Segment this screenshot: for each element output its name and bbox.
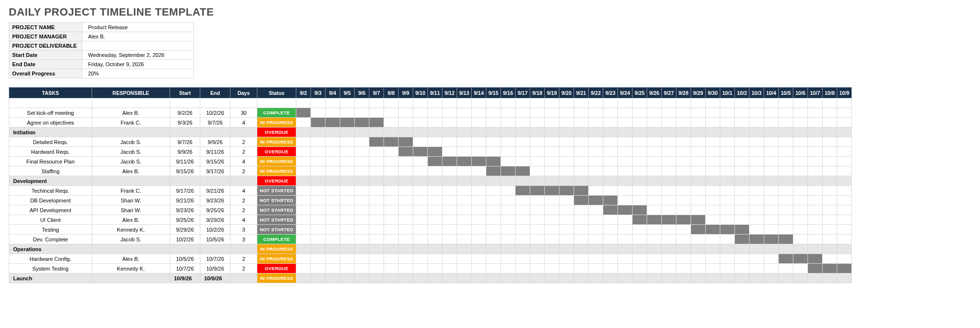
days[interactable] <box>231 128 257 137</box>
task-name[interactable]: Operations <box>9 244 92 254</box>
responsible[interactable]: Shari W. <box>92 196 170 205</box>
days[interactable] <box>231 98 257 108</box>
days[interactable]: 2 <box>231 137 257 147</box>
end-date[interactable] <box>200 176 231 186</box>
start-date[interactable]: 9/21/26 <box>170 196 200 205</box>
responsible[interactable]: Frank C. <box>92 186 170 196</box>
days[interactable] <box>231 273 257 283</box>
responsible[interactable] <box>92 176 170 186</box>
status-cell[interactable]: IN PROGRESS <box>257 244 296 254</box>
status-cell[interactable]: COMPLETE <box>257 108 296 118</box>
status-cell[interactable]: NOT STARTED <box>257 205 296 215</box>
days[interactable] <box>231 176 257 186</box>
days[interactable]: 4 <box>231 186 257 196</box>
end-date[interactable]: 10/9/26 <box>200 264 231 273</box>
status-cell[interactable]: IN PROGRESS <box>257 254 296 264</box>
responsible[interactable]: Jacob S. <box>92 157 170 166</box>
task-name[interactable]: Testing <box>9 225 92 235</box>
status-cell[interactable]: NOT STARTED <box>257 225 296 235</box>
end-date[interactable]: 10/9/26 <box>200 273 231 283</box>
start-date[interactable]: 10/9/26 <box>170 273 200 283</box>
end-date[interactable]: 9/7/26 <box>200 118 231 128</box>
status-cell[interactable]: IN PROGRESS <box>257 273 296 283</box>
responsible[interactable]: Kennedy K. <box>92 264 170 273</box>
status-cell[interactable]: OVERDUE <box>257 176 296 186</box>
start-date[interactable]: 9/3/26 <box>170 118 200 128</box>
end-date[interactable]: 9/21/26 <box>200 186 231 196</box>
status-cell[interactable]: NOT STARTED <box>257 196 296 205</box>
task-name[interactable]: Hardware Config. <box>9 254 92 264</box>
days[interactable]: 30 <box>231 108 257 118</box>
responsible[interactable]: Alex B. <box>92 254 170 264</box>
task-name[interactable]: DB Development <box>9 196 92 205</box>
start-date[interactable]: 9/15/26 <box>170 166 200 176</box>
end-date[interactable]: 10/2/26 <box>200 225 231 235</box>
task-name[interactable]: API Development <box>9 205 92 215</box>
days[interactable]: 4 <box>231 215 257 225</box>
days[interactable]: 4 <box>231 118 257 128</box>
start-date[interactable] <box>170 244 200 254</box>
responsible[interactable] <box>92 244 170 254</box>
meta-value[interactable]: 20% <box>82 69 193 78</box>
responsible[interactable] <box>92 128 170 137</box>
start-date[interactable]: 9/23/26 <box>170 205 200 215</box>
meta-value[interactable]: Friday, October 9, 2026 <box>82 60 193 69</box>
start-date[interactable] <box>170 176 200 186</box>
status-cell[interactable]: OVERDUE <box>257 264 296 273</box>
responsible[interactable] <box>92 98 170 108</box>
start-date[interactable]: 9/2/26 <box>170 108 200 118</box>
status-cell[interactable] <box>257 98 296 108</box>
start-date[interactable]: 9/7/26 <box>170 137 200 147</box>
task-name[interactable]: Techincal Reqs. <box>9 186 92 196</box>
end-date[interactable]: 9/29/26 <box>200 215 231 225</box>
responsible[interactable]: Shari W. <box>92 205 170 215</box>
status-cell[interactable]: IN PROGRESS <box>257 137 296 147</box>
responsible[interactable]: Frank C. <box>92 118 170 128</box>
responsible[interactable]: Alex B. <box>92 215 170 225</box>
status-cell[interactable]: IN PROGRESS <box>257 118 296 128</box>
days[interactable]: 2 <box>231 264 257 273</box>
responsible[interactable] <box>92 273 170 283</box>
days[interactable]: 2 <box>231 166 257 176</box>
task-name[interactable]: Dev. Complete <box>9 235 92 244</box>
end-date[interactable]: 10/5/26 <box>200 235 231 244</box>
responsible[interactable]: Jacob S. <box>92 147 170 157</box>
start-date[interactable]: 10/5/26 <box>170 254 200 264</box>
meta-value[interactable]: Wednesday, September 2, 2026 <box>82 51 193 60</box>
task-name[interactable]: Launch <box>9 273 92 283</box>
end-date[interactable] <box>200 244 231 254</box>
start-date[interactable] <box>170 128 200 137</box>
end-date[interactable]: 9/23/26 <box>200 196 231 205</box>
end-date[interactable]: 9/9/26 <box>200 137 231 147</box>
start-date[interactable]: 9/25/26 <box>170 215 200 225</box>
status-cell[interactable]: COMPLETE <box>257 235 296 244</box>
end-date[interactable]: 9/11/26 <box>200 147 231 157</box>
task-name[interactable]: Agree on objectives <box>9 118 92 128</box>
responsible[interactable]: Alex B. <box>92 108 170 118</box>
days[interactable]: 2 <box>231 147 257 157</box>
start-date[interactable] <box>170 98 200 108</box>
task-name[interactable]: Final Resource Plan <box>9 157 92 166</box>
meta-value[interactable]: Product Release <box>82 23 193 32</box>
end-date[interactable] <box>200 128 231 137</box>
start-date[interactable]: 9/9/26 <box>170 147 200 157</box>
days[interactable]: 3 <box>231 225 257 235</box>
start-date[interactable]: 9/17/26 <box>170 186 200 196</box>
end-date[interactable]: 9/25/26 <box>200 205 231 215</box>
task-name[interactable]: Hardward Reqs. <box>9 147 92 157</box>
task-name[interactable]: Staffing <box>9 166 92 176</box>
meta-value[interactable] <box>82 41 193 51</box>
task-name[interactable]: Set kick-off meeting <box>9 108 92 118</box>
task-name[interactable]: Initiation <box>9 128 92 137</box>
task-name[interactable]: UI Client <box>9 215 92 225</box>
end-date[interactable]: 9/15/26 <box>200 157 231 166</box>
task-name[interactable]: System Testing <box>9 264 92 273</box>
days[interactable]: 4 <box>231 157 257 166</box>
days[interactable]: 2 <box>231 254 257 264</box>
status-cell[interactable]: IN PROGRESS <box>257 157 296 166</box>
end-date[interactable] <box>200 98 231 108</box>
end-date[interactable]: 10/7/26 <box>200 254 231 264</box>
responsible[interactable]: Jacob S. <box>92 235 170 244</box>
status-cell[interactable]: NOT STARTED <box>257 215 296 225</box>
status-cell[interactable]: OVERDUE <box>257 128 296 137</box>
